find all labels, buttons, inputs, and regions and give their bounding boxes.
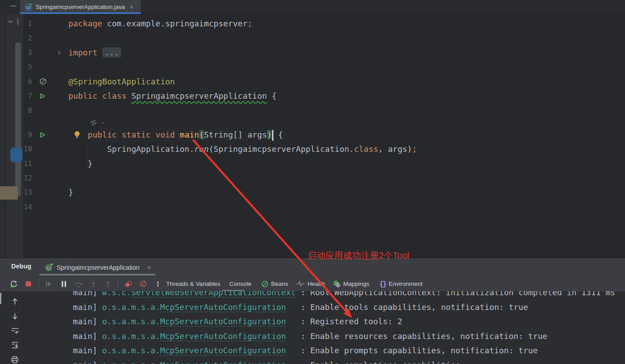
tab-environment[interactable]: {}Environment [379, 280, 423, 288]
line-number[interactable]: 9 [23, 131, 32, 138]
console-line: main] o.s.a.m.s.a.McpServerAutoConfigura… [25, 358, 625, 364]
tab-beans[interactable]: Beans [261, 280, 288, 288]
scroll-to-end-button[interactable] [6, 338, 23, 353]
console-line: main] o.s.a.m.s.a.McpServerAutoConfigura… [25, 300, 625, 315]
tab-threads-variables[interactable]: Threads & Variables [166, 280, 220, 287]
debug-panel: Debug SpringaimcpserverApplication × ⋮ T… [0, 258, 625, 364]
code-line[interactable]: 8 [23, 103, 625, 117]
line-number[interactable]: 3 [23, 49, 32, 56]
tab-label: Console [229, 280, 252, 287]
logger-class-link[interactable]: McpServerAutoConfiguration [160, 331, 286, 341]
tab-mappings[interactable]: Mappings [333, 280, 369, 288]
stop-button[interactable] [21, 280, 36, 287]
logger-class-link[interactable]: McpServerAutoConfiguration [160, 346, 286, 356]
code-line[interactable]: 9 public static void main(String[] args)… [23, 128, 625, 142]
gutter-icons [32, 128, 68, 142]
inlay-hint-row[interactable]: ⌄ [23, 118, 625, 128]
line-number[interactable]: 2 [23, 35, 32, 42]
annotation-text: 启动应用成功注册2个Tool [307, 250, 409, 262]
code-line[interactable]: 10 SpringApplication.run(Springaimcpserv… [23, 142, 625, 156]
tab-label: Environment [389, 280, 423, 287]
toolbar-divider [118, 280, 118, 288]
console-toolbar-separator [23, 291, 24, 364]
file-tab[interactable]: SpringaimcpserverApplication.java × [20, 0, 141, 14]
line-number[interactable]: 8 [23, 107, 32, 114]
code-line[interactable]: 12 [23, 171, 625, 185]
gutter-icons [32, 31, 68, 45]
step-into-button[interactable] [86, 280, 101, 288]
line-number[interactable]: 7 [23, 92, 32, 100]
tab-label: Mappings [343, 280, 369, 287]
chevron-down-icon[interactable] [8, 18, 13, 26]
gutter-icons [32, 89, 68, 103]
code-line[interactable]: 6@SpringBootApplication [23, 75, 625, 89]
code-text: public static void main(String[] args) { [68, 128, 283, 142]
gutter-icons [32, 46, 68, 60]
logger-class-link[interactable]: McpServerAutoConfiguration [160, 317, 286, 326]
print-button[interactable] [6, 352, 23, 364]
code-line[interactable]: 11 } [23, 157, 625, 171]
editor-tab-bar: — SpringaimcpserverApplication.java × [0, 0, 625, 14]
view-breakpoints-button[interactable] [121, 280, 136, 288]
up-the-stack-trace-button[interactable] [6, 294, 23, 309]
run-gutter-icon[interactable] [39, 93, 46, 100]
console-line: main] o.s.a.m.s.a.McpServerAutoConfigura… [25, 329, 625, 344]
gutter-icons [32, 60, 68, 74]
header-divider [38, 258, 38, 276]
left-mini-column: [ [6, 14, 23, 258]
fold-arrow-icon[interactable] [56, 50, 62, 55]
intention-bulb-icon[interactable] [74, 131, 80, 139]
code-line[interactable]: 3import ... [23, 46, 625, 60]
code-line[interactable]: 1package com.example.springaimcpserver; [23, 17, 625, 31]
line-number[interactable]: 12 [23, 175, 32, 182]
tab-console[interactable]: Console [229, 280, 252, 287]
step-over-button[interactable] [71, 280, 86, 288]
logger-class-link[interactable]: McpServerAutoConfiguration [160, 360, 286, 364]
code-line[interactable]: 13} [23, 185, 625, 200]
line-number[interactable]: 6 [23, 78, 32, 85]
logger-class-link[interactable]: ServletWebServerApplicationContext [131, 291, 295, 297]
run-gutter-icon[interactable] [39, 131, 46, 138]
health-icon [296, 281, 305, 287]
mute-breakpoints-button[interactable] [136, 280, 151, 288]
resume-button[interactable] [42, 280, 56, 288]
ai-pinwheel-icon[interactable] [89, 118, 98, 127]
chevron-down-icon[interactable]: ⌄ [100, 118, 105, 125]
ide-window: — SpringaimcpserverApplication.java × [ … [0, 0, 625, 364]
mini-scrollbar[interactable] [15, 42, 21, 197]
stripe-scroll-thumb[interactable] [0, 293, 1, 304]
debug-console[interactable]: main] w.s.c.ServletWebServerApplicationC… [0, 291, 625, 364]
close-icon[interactable]: × [130, 4, 133, 11]
code-line[interactable]: 7public class SpringaimcpserverApplicati… [23, 89, 625, 103]
spring-boot-running-icon [45, 263, 54, 272]
console-output: main] w.s.c.ServletWebServerApplicationC… [25, 291, 625, 364]
spring-boot-file-icon [25, 3, 33, 11]
line-number[interactable]: 11 [23, 160, 32, 167]
spring-bean-gutter-icon[interactable] [39, 78, 47, 86]
console-line: main] w.s.c.ServletWebServerApplicationC… [25, 291, 625, 300]
more-options-button[interactable]: ⋮ [151, 280, 165, 288]
code-line[interactable]: 2 [23, 31, 625, 45]
soft-wrap-button[interactable] [6, 323, 23, 338]
line-number[interactable]: 5 [23, 63, 32, 71]
code-line[interactable]: 14 [23, 200, 625, 214]
line-number[interactable]: 1 [23, 20, 32, 27]
logger-class-link[interactable]: McpServerAutoConfiguration [160, 302, 286, 312]
logger-package-prefix: o.s.a.m.s.a. [102, 331, 160, 341]
down-the-stack-trace-button[interactable] [6, 309, 23, 324]
logger-package-prefix: w.s.c. [102, 291, 131, 297]
step-out-button[interactable] [101, 280, 115, 288]
line-number[interactable]: 10 [23, 146, 32, 153]
code-text: SpringApplication.run(SpringaimcpserverA… [68, 142, 417, 156]
minimize-glyph[interactable]: — [10, 2, 18, 11]
toolbar-divider [38, 280, 39, 288]
line-number[interactable]: 14 [23, 204, 32, 211]
code-line[interactable]: 5 [23, 60, 625, 74]
logger-package-prefix: o.s.a.m.s.a. [102, 360, 160, 364]
debug-panel-title: Debug [11, 263, 31, 270]
close-icon[interactable]: × [147, 264, 151, 271]
pause-button[interactable] [56, 280, 71, 288]
rerun-button[interactable] [6, 280, 21, 288]
tab-health[interactable]: Health [296, 280, 325, 287]
line-number[interactable]: 13 [23, 189, 32, 196]
